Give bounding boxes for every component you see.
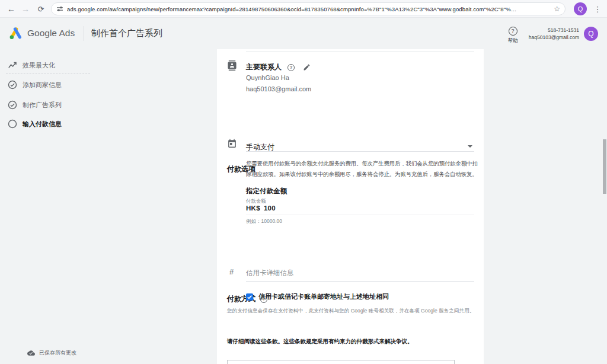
primary-contact-title: 主要联系人 ?: [246, 62, 311, 72]
privacy-note: 您的支付信息会保存在支付资料中，此支付资料与您的 Google 账号相关联，并在…: [227, 308, 474, 315]
currency-prefix: HK$: [246, 205, 260, 212]
browser-forward-icon[interactable]: →: [19, 0, 32, 18]
browser-menu-icon[interactable]: ⋮: [592, 0, 603, 18]
calendar-icon: [227, 139, 237, 149]
saved-status-label: 已保存所有更改: [39, 349, 76, 357]
performance-max-icon: [8, 60, 17, 70]
sidebar-item-label: 效果最大化: [23, 61, 55, 70]
page-title: 制作首个广告系列: [91, 28, 162, 39]
checkbox-checked-icon[interactable]: [246, 293, 253, 301]
amount-underline: [246, 215, 474, 215]
select-underline: [246, 151, 474, 152]
credit-card-details-field[interactable]: 信用卡详细信息: [246, 269, 294, 277]
sidebar-item-create-campaign[interactable]: 制作广告系列: [8, 100, 62, 110]
help-button[interactable]: ? 帮助: [505, 24, 520, 44]
sidebar-item-business-info[interactable]: 添加商家信息: [8, 79, 62, 90]
contact-card-icon: [227, 60, 237, 71]
saved-status: 已保存所有更改: [27, 349, 76, 357]
brand-name: Google Ads: [27, 28, 75, 39]
sidebar-item-label: 输入付款信息: [23, 120, 62, 129]
help-label: 帮助: [505, 37, 520, 44]
payment-option-selected-value: 手动支付: [246, 143, 274, 151]
help-icon[interactable]: ?: [287, 64, 295, 71]
card-number-hash-icon: #: [229, 267, 234, 276]
sidebar-item-performance-max[interactable]: 效果最大化: [8, 60, 55, 71]
terms-scroll-box[interactable]: [227, 360, 455, 364]
header-divider: [84, 26, 84, 41]
check-circle-icon: [8, 80, 17, 90]
check-circle-icon: [8, 100, 17, 110]
sidebar-item-payment-info[interactable]: 输入付款信息: [8, 119, 62, 129]
browser-profile-avatar[interactable]: Q: [574, 2, 587, 15]
terms-note: 请仔细阅读这些条款。这些条款规定采用有约束力的仲裁形式来解决争议。: [227, 338, 413, 346]
amount-value: 100: [264, 205, 276, 212]
cloud-done-icon: [27, 349, 35, 357]
payment-option-select[interactable]: 手动支付: [246, 141, 474, 152]
help-icon[interactable]: ?: [509, 27, 517, 36]
browser-toolbar: ← → ⟳ ads.google.com/aw/campaigns/new/pe…: [0, 0, 607, 18]
sidebar-item-label: 添加商家信息: [23, 81, 62, 90]
sidebar-divider: [6, 73, 90, 74]
section-divider: [246, 51, 474, 52]
contact-name: QuynhGiao Ha: [246, 74, 289, 81]
chevron-down-icon: [468, 145, 472, 148]
scrollbar-thumb[interactable]: [603, 139, 606, 194]
amount-hint: 例如：10000.00: [246, 218, 282, 225]
sidebar-item-label: 制作广告系列: [23, 101, 62, 110]
browser-back-icon[interactable]: ←: [5, 0, 18, 18]
site-info-tune-icon[interactable]: [56, 5, 63, 12]
url-text: ads.google.com/aw/campaigns/new/performa…: [67, 6, 550, 12]
circle-icon: [8, 119, 17, 129]
address-bar[interactable]: ads.google.com/aw/campaigns/new/performa…: [51, 2, 566, 15]
account-phone: 518-731-1531: [529, 27, 579, 34]
card-field-underline: [246, 281, 474, 282]
primary-contact-title-text: 主要联系人: [246, 62, 282, 72]
account-email: haq50103@gmail.com: [529, 34, 579, 41]
google-ads-logo: [8, 26, 23, 41]
contact-email: haq50103@gmail.com: [246, 85, 311, 92]
account-info: 518-731-1531 haq50103@gmail.com: [529, 27, 579, 41]
billing-address-checkbox-label: 信用卡或借记卡账单邮寄地址与上述地址相同: [258, 292, 389, 301]
payment-option-description: 您需要使用付款账号的余额支付此服务的费用。每次产生费用后，我们会从您的预付款余额…: [246, 158, 480, 180]
app-header: Google Ads 制作首个广告系列 ? 帮助 518-731-1531 ha…: [0, 18, 607, 49]
bookmark-star-icon[interactable]: ☆: [554, 5, 560, 13]
amount-input[interactable]: HK$100: [246, 205, 276, 212]
payment-form-card: 主要联系人 ? QuynhGiao Ha haq50103@gmail.com …: [217, 49, 484, 364]
billing-address-checkbox-row[interactable]: 信用卡或借记卡账单邮寄地址与上述地址相同: [246, 292, 389, 301]
browser-reload-icon[interactable]: ⟳: [34, 0, 47, 18]
account-avatar[interactable]: Q: [584, 27, 598, 41]
edit-pencil-icon[interactable]: [303, 63, 311, 71]
amount-section-title: 指定付款金额: [246, 187, 287, 196]
